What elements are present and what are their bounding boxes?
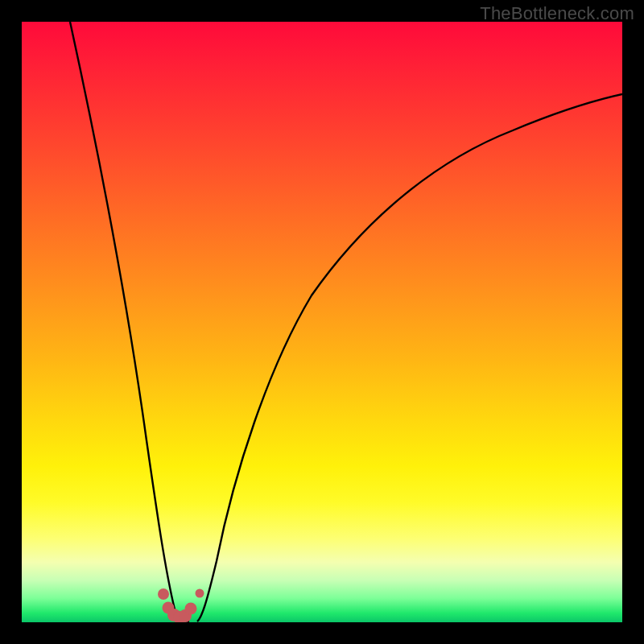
valley-marker — [196, 589, 204, 598]
bottleneck-curve-left — [70, 22, 189, 621]
curve-layer — [22, 22, 622, 622]
plot-area — [22, 22, 622, 622]
watermark-text: TheBottleneck.com — [480, 3, 634, 24]
valley-marker — [158, 588, 169, 600]
valley-markers-group — [158, 588, 204, 622]
chart-frame: TheBottleneck.com — [0, 0, 644, 644]
valley-marker — [185, 603, 197, 615]
bottleneck-curve-right — [197, 94, 622, 621]
